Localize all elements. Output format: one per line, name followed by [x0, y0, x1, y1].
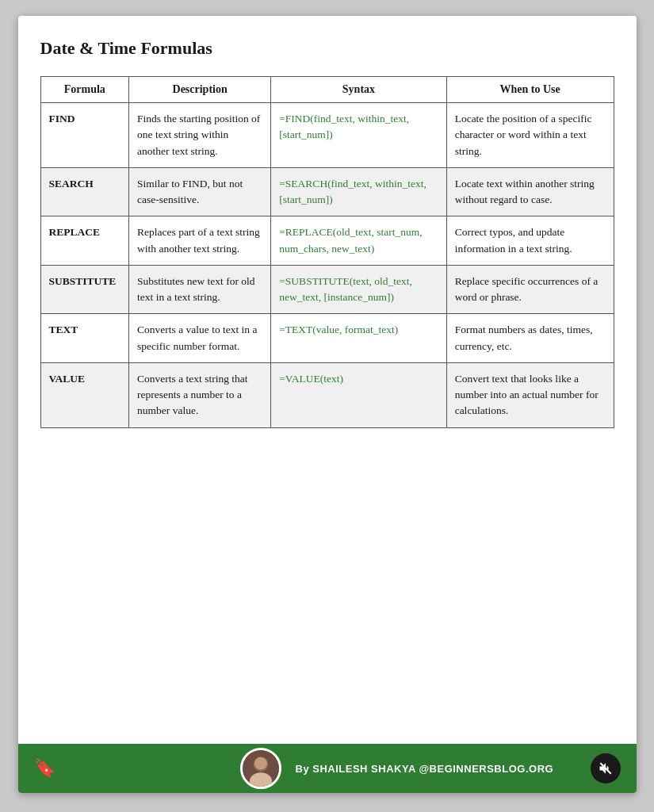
page-title: Date & Time Formulas [40, 38, 614, 59]
when-to-use-cell: Locate the position of a specific charac… [446, 103, 614, 168]
description-cell: Similar to FIND, but not case-sensitive. [129, 167, 271, 216]
formula-table: Formula Description Syntax When to Use F… [40, 76, 614, 428]
when-to-use-cell: Locate text within another string withou… [446, 167, 614, 216]
table-row: FINDFinds the starting position of one t… [40, 103, 614, 168]
syntax-cell: =REPLACE(old_text, start_num, num_chars,… [271, 216, 446, 266]
page-container: Date & Time Formulas Formula Description… [18, 16, 637, 793]
footer: 🔖 By SHAILESH SHAKYA @BEGINNERSBLOG.ORG [18, 744, 637, 793]
formula-cell: FIND [40, 103, 129, 168]
formula-cell: SUBSTITUTE [40, 265, 129, 314]
col-header-syntax: Syntax [271, 77, 446, 103]
table-row: TEXTConverts a value to text in a specif… [40, 314, 614, 363]
svg-point-4 [254, 757, 267, 770]
when-to-use-cell: Correct typos, and update information in… [446, 216, 614, 266]
table-row: SUBSTITUTESubstitutes new text for old t… [40, 265, 614, 314]
col-header-when: When to Use [446, 77, 614, 103]
syntax-cell: =SUBSTITUTE(text, old_text, new_text, [i… [271, 265, 446, 314]
mute-button[interactable] [591, 753, 621, 783]
syntax-cell: =FIND(find_text, within_text, [start_num… [271, 103, 446, 168]
formula-cell: REPLACE [40, 216, 129, 266]
bookmark-icon: 🔖 [34, 758, 55, 779]
formula-cell: TEXT [40, 314, 129, 363]
description-cell: Replaces part of a text string with anot… [129, 216, 271, 266]
avatar [240, 748, 281, 789]
formula-cell: SEARCH [40, 167, 129, 216]
description-cell: Finds the starting position of one text … [129, 103, 271, 168]
table-row: SEARCHSimilar to FIND, but not case-sens… [40, 167, 614, 216]
table-row: REPLACEReplaces part of a text string wi… [40, 216, 614, 266]
main-content: Date & Time Formulas Formula Description… [18, 16, 637, 744]
syntax-cell: =SEARCH(find_text, within_text, [start_n… [271, 167, 446, 216]
description-cell: Converts a text string that represents a… [129, 362, 271, 427]
col-header-formula: Formula [40, 77, 129, 103]
when-to-use-cell: Convert text that looks like a number in… [446, 362, 614, 427]
description-cell: Converts a value to text in a specific n… [129, 314, 271, 363]
formula-cell: VALUE [40, 362, 129, 427]
col-header-description: Description [129, 77, 271, 103]
when-to-use-cell: Format numbers as dates, times, currency… [446, 314, 614, 363]
description-cell: Substitutes new text for old text in a t… [129, 265, 271, 314]
table-row: VALUEConverts a text string that represe… [40, 362, 614, 427]
footer-text: By SHAILESH SHAKYA @BEGINNERSBLOG.ORG [296, 763, 554, 775]
syntax-cell: =TEXT(value, format_text) [271, 314, 446, 363]
when-to-use-cell: Replace specific occurrences of a word o… [446, 265, 614, 314]
syntax-cell: =VALUE(text) [271, 362, 446, 427]
